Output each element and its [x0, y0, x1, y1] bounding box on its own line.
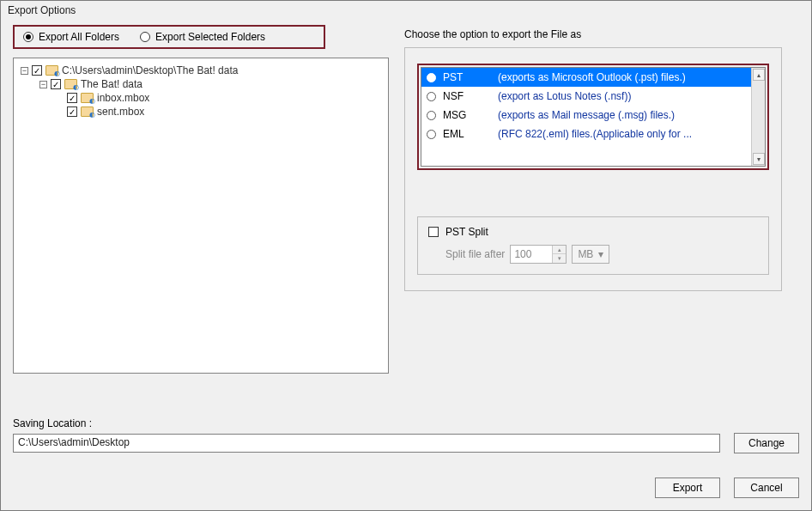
folder-icon — [64, 79, 77, 89]
pst-split-label: PST Split — [445, 226, 488, 238]
format-option-pst[interactable]: PST (exports as Microsoft Outlook (.pst)… — [421, 68, 751, 87]
export-selected-label: Export Selected Folders — [155, 31, 265, 43]
spinner: ▴ ▾ — [552, 246, 566, 263]
export-all-label: Export All Folders — [39, 31, 119, 43]
format-list[interactable]: PST (exports as Microsoft Outlook (.pst)… — [421, 67, 766, 167]
tree-label: inbox.mbox — [97, 92, 149, 104]
collapse-icon[interactable]: − — [21, 67, 28, 75]
export-button[interactable]: Export — [655, 478, 720, 498]
spin-up-icon[interactable]: ▴ — [553, 246, 566, 254]
folder-icon — [45, 65, 58, 76]
collapse-icon[interactable]: − — [39, 81, 47, 88]
radio-dot-icon — [23, 32, 33, 42]
folder-icon — [81, 93, 94, 103]
saving-location-label: Saving Location : — [13, 417, 799, 429]
format-name: NSF — [443, 90, 491, 102]
change-button[interactable]: Change — [734, 433, 799, 453]
left-column: Export All Folders Export Selected Folde… — [13, 25, 389, 374]
tree-label: sent.mbox — [97, 106, 144, 118]
tree-row[interactable]: − The Bat! data — [17, 77, 385, 91]
saving-location-input[interactable]: C:\Users\admin\Desktop — [13, 434, 720, 453]
export-scope-group: Export All Folders Export Selected Folde… — [13, 25, 325, 49]
format-name: MSG — [443, 109, 491, 121]
folder-icon — [81, 106, 94, 117]
tree-row[interactable]: − C:\Users\admin\Desktop\The Bat! data — [17, 64, 385, 77]
radio-dot-icon — [427, 92, 436, 101]
format-name: PST — [443, 71, 491, 83]
format-desc: (RFC 822(.eml) files.(Applicable only fo… — [498, 128, 692, 140]
tree-row[interactable]: inbox.mbox — [17, 91, 385, 105]
radio-dot-icon — [427, 73, 436, 82]
scroll-down-icon[interactable]: ▾ — [753, 153, 765, 165]
bottom-area: Saving Location : C:\Users\admin\Desktop… — [13, 417, 799, 498]
split-size-input[interactable]: 100 ▴ ▾ — [510, 245, 567, 264]
pst-split-checkbox[interactable] — [428, 227, 439, 237]
format-groupbox: PST (exports as Microsoft Outlook (.pst)… — [404, 47, 782, 291]
radio-dot-icon — [140, 32, 150, 42]
format-rows: PST (exports as Microsoft Outlook (.pst)… — [421, 68, 751, 166]
spin-down-icon[interactable]: ▾ — [553, 254, 566, 263]
checkbox-icon[interactable] — [32, 65, 42, 76]
format-option-nsf[interactable]: NSF (export as Lotus Notes (.nsf)) — [421, 87, 751, 106]
format-group-label: Choose the option to export the File as — [404, 28, 782, 40]
chevron-down-icon: ▾ — [598, 248, 603, 260]
checkbox-icon[interactable] — [51, 79, 61, 89]
pst-split-group: PST Split Split file after 100 ▴ ▾ MB — [417, 216, 769, 275]
split-after-label: Split file after — [445, 248, 505, 260]
checkbox-icon[interactable] — [67, 93, 77, 103]
tree-label: C:\Users\admin\Desktop\The Bat! data — [62, 64, 238, 76]
tree-row[interactable]: sent.mbox — [17, 105, 385, 119]
export-all-folders-radio[interactable]: Export All Folders — [23, 31, 119, 43]
dialog-title: Export Options — [1, 1, 811, 20]
format-option-eml[interactable]: EML (RFC 822(.eml) files.(Applicable onl… — [421, 125, 751, 143]
format-desc: (exports as Microsoft Outlook (.pst) fil… — [498, 71, 686, 83]
split-unit-select[interactable]: MB ▾ — [572, 245, 609, 264]
split-unit-value: MB — [578, 248, 593, 260]
scroll-up-icon[interactable]: ▴ — [753, 69, 765, 81]
format-desc: (export as Lotus Notes (.nsf)) — [498, 90, 631, 102]
format-desc: (exports as Mail message (.msg) files.) — [498, 109, 675, 121]
format-scrollbar[interactable]: ▴ ▾ — [751, 68, 765, 166]
tree-label: The Bat! data — [81, 78, 142, 90]
checkbox-icon[interactable] — [67, 106, 77, 117]
radio-dot-icon — [427, 130, 436, 139]
split-size-value: 100 — [511, 248, 552, 260]
folder-tree[interactable]: − C:\Users\admin\Desktop\The Bat! data −… — [13, 58, 389, 374]
export-selected-folders-radio[interactable]: Export Selected Folders — [140, 31, 265, 43]
radio-dot-icon — [427, 111, 436, 120]
format-option-msg[interactable]: MSG (exports as Mail message (.msg) file… — [421, 106, 751, 125]
export-options-dialog: Export Options Export All Folders Export… — [0, 0, 812, 511]
right-column: Choose the option to export the File as … — [404, 25, 782, 374]
format-list-highlight: PST (exports as Microsoft Outlook (.pst)… — [417, 64, 769, 170]
format-name: EML — [443, 128, 491, 140]
cancel-button[interactable]: Cancel — [734, 478, 799, 498]
dialog-body: Export All Folders Export Selected Folde… — [1, 20, 811, 382]
